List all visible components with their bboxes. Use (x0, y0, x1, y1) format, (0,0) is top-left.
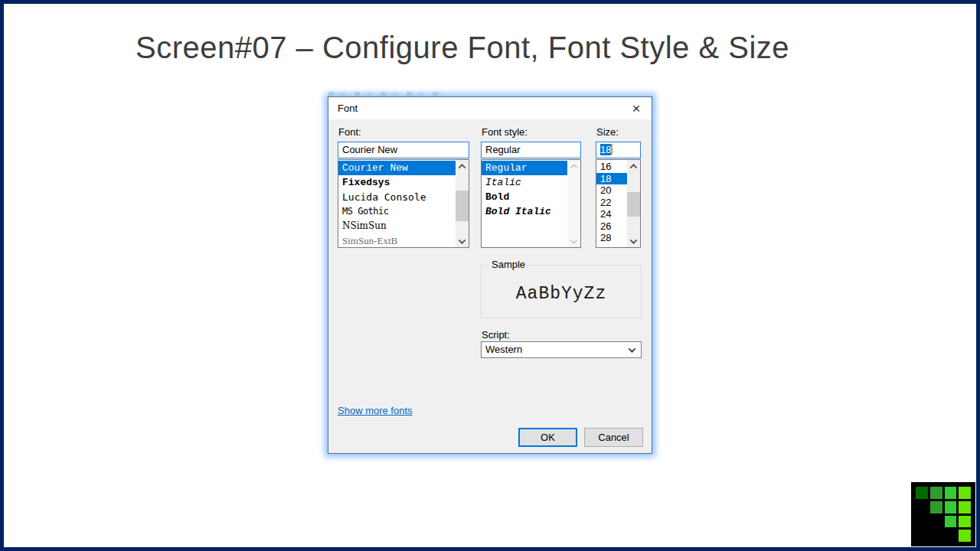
logo-tile (959, 501, 971, 514)
font-input-value: Courier New (342, 144, 397, 155)
logo-empty-tile (916, 516, 928, 528)
list-item[interactable]: 22 (596, 197, 627, 209)
scroll-up-icon (567, 160, 580, 172)
list-item[interactable]: Bold (482, 190, 567, 204)
font-listbox[interactable]: Courier NewFixedsysLucida ConsoleMS Goth… (338, 159, 469, 248)
list-item[interactable]: 18 (596, 173, 627, 185)
scroll-down-icon[interactable] (627, 235, 640, 247)
sample-label: Sample (488, 259, 528, 270)
font-style-scrollbar (567, 160, 580, 247)
font-style-input[interactable]: Regular (481, 142, 581, 158)
logo-empty-tile (945, 530, 957, 542)
logo-empty-tile (930, 516, 942, 528)
logo-tile (930, 487, 942, 499)
chevron-down-icon (629, 345, 636, 353)
list-item[interactable]: 24 (596, 208, 627, 220)
scroll-thumb[interactable] (456, 191, 469, 221)
list-item[interactable]: SimSun-ExtB (338, 233, 456, 248)
size-input-value: 18 (600, 144, 611, 155)
logo-tile (945, 487, 957, 499)
list-item[interactable]: Lucida Console (338, 190, 456, 204)
sample-groupbox: Sample AaBbYyZz (481, 265, 642, 318)
logo-tile (945, 516, 957, 528)
font-dialog: Font × Font: Font style: Size: Courier N… (328, 96, 652, 454)
font-list-scrollbar[interactable] (456, 160, 469, 247)
scroll-thumb[interactable] (627, 192, 640, 217)
scroll-down-icon (567, 235, 580, 247)
font-style-listbox[interactable]: RegularItalicBoldBold Italic (481, 159, 581, 248)
script-dropdown[interactable]: Western (481, 341, 642, 358)
logo-empty-tile (916, 530, 928, 542)
scroll-up-icon[interactable] (627, 160, 640, 172)
font-label: Font: (338, 126, 361, 138)
logo-tile (959, 516, 971, 528)
font-style-label: Font style: (482, 126, 528, 138)
logo-tile (959, 530, 971, 542)
font-input[interactable]: Courier New (338, 142, 469, 158)
scroll-up-icon[interactable] (456, 160, 469, 172)
logo-empty-tile (930, 530, 942, 542)
text-caret (611, 144, 612, 155)
dialog-title: Font (338, 103, 358, 114)
script-dropdown-value: Western (485, 344, 522, 355)
list-item[interactable]: 16 (596, 161, 627, 173)
list-item[interactable]: NSimSun (338, 219, 456, 233)
font-style-input-value: Regular (485, 144, 521, 155)
list-item[interactable]: Italic (482, 175, 567, 190)
list-item[interactable]: 28 (596, 232, 627, 244)
list-item[interactable]: Courier New (338, 161, 456, 175)
list-item[interactable]: 20 (596, 184, 627, 197)
size-listbox[interactable]: 16182022242628 (596, 159, 641, 248)
sample-text: AaBbYyZz (482, 284, 641, 304)
list-item[interactable]: MS Gothic (338, 204, 456, 219)
logo-tile (959, 487, 971, 499)
company-logo (911, 482, 975, 546)
list-item[interactable]: 26 (596, 220, 627, 233)
scroll-down-icon[interactable] (456, 235, 469, 247)
dialog-titlebar[interactable]: Font × (328, 97, 652, 119)
logo-tile (930, 501, 942, 514)
list-item[interactable]: Fixedsys (338, 175, 456, 190)
list-item[interactable]: Bold Italic (482, 204, 567, 219)
size-input[interactable]: 18 (596, 142, 641, 158)
ok-button[interactable]: OK (518, 428, 577, 447)
list-item[interactable]: Regular (482, 161, 567, 175)
cancel-button[interactable]: Cancel (584, 428, 643, 447)
show-more-fonts-link[interactable]: Show more fonts (338, 405, 413, 416)
logo-empty-tile (916, 501, 928, 514)
logo-tile (916, 487, 928, 499)
script-label: Script: (482, 329, 510, 341)
close-icon[interactable]: × (627, 99, 645, 118)
size-list-scrollbar[interactable] (627, 160, 640, 247)
size-label: Size: (596, 126, 619, 138)
logo-tile (945, 501, 957, 514)
slide-title: Screen#07 – Configure Font, Font Style &… (136, 31, 789, 65)
